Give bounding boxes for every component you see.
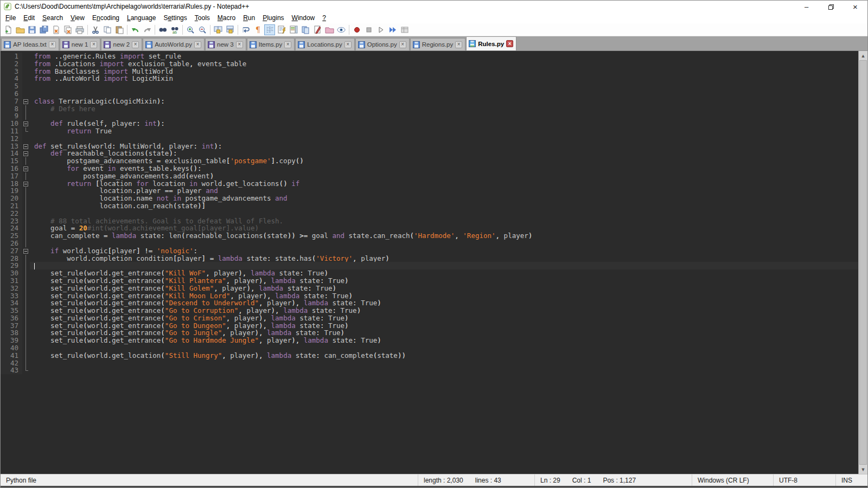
macro-play-icon[interactable] <box>375 24 386 35</box>
code-line-42[interactable]: 42 <box>1 359 858 367</box>
close-doc-icon[interactable] <box>50 24 61 35</box>
sync-vertical-scroll-icon[interactable] <box>213 24 224 35</box>
tab-locations-py[interactable]: Locations.py× <box>295 38 355 50</box>
code-line-35[interactable]: 35 set_rule(world.get_entrance("Go to Co… <box>1 307 858 314</box>
code-line-43[interactable]: 43 <box>1 367 858 374</box>
redo-icon[interactable] <box>142 24 152 35</box>
tab-new-1[interactable]: new 1× <box>60 38 101 50</box>
code-line-32[interactable]: 32 set_rule(world.get_entrance("Kill Gol… <box>1 285 858 292</box>
code-line-6[interactable]: 6 <box>1 90 858 98</box>
code-line-2[interactable]: 2from .Locations import exclusion_table,… <box>1 60 858 68</box>
code-line-21[interactable]: 21 location.can_reach(state)] <box>1 202 858 210</box>
tab-rules-py[interactable]: Rules.py× <box>466 36 516 50</box>
tab-close-icon[interactable]: × <box>506 40 513 47</box>
tab-regions-py[interactable]: Regions.py× <box>410 38 466 50</box>
fold-collapse-icon[interactable] <box>22 180 30 188</box>
code-line-41[interactable]: 41 set_rule(world.get_location("Still Hu… <box>1 352 858 359</box>
replace-icon[interactable]: ab <box>169 24 180 35</box>
scroll-down-arrow-icon[interactable]: ▼ <box>859 465 867 474</box>
close-button-icon[interactable]: × <box>843 1 867 12</box>
code-line-34[interactable]: 34 set_rule(world.get_entrance("Descend … <box>1 299 858 307</box>
tab-autoworld-py[interactable]: AutoWorld.py× <box>143 38 205 50</box>
code-line-13[interactable]: 13def set_rules(world: MultiWorld, playe… <box>1 143 858 150</box>
show-all-characters-icon[interactable]: ¶ <box>252 24 263 35</box>
minimize-button-icon[interactable]: – <box>794 1 819 12</box>
menu-item-language[interactable]: Language <box>123 13 159 23</box>
code-line-9[interactable]: 9 <box>1 112 858 120</box>
vertical-scrollbar[interactable]: ▲ ▼ <box>858 51 867 474</box>
find-icon[interactable] <box>157 24 168 35</box>
menu-item-settings[interactable]: Settings <box>159 13 190 23</box>
macro-save-icon[interactable] <box>399 24 410 35</box>
code-line-20[interactable]: 20 location.name not in postgame_advance… <box>1 195 858 202</box>
code-line-4[interactable]: 4from ..AutoWorld import LogicMixin <box>1 75 858 82</box>
paste-icon[interactable] <box>114 24 125 35</box>
tab-new-3[interactable]: new 3× <box>205 38 246 50</box>
macro-stop-icon[interactable] <box>363 24 374 35</box>
code-line-39[interactable]: 39 set_rule(world.get_entrance("Go to Ha… <box>1 337 858 344</box>
tab-close-icon[interactable]: × <box>49 41 56 48</box>
tab-ap-ideas-txt[interactable]: AP Ideas.txt× <box>1 38 59 50</box>
code-editor[interactable]: 1from ..generic.Rules import set_rule2fr… <box>1 51 858 474</box>
restore-button-icon[interactable] <box>819 1 843 12</box>
menu-item-macro[interactable]: Macro <box>214 13 239 23</box>
menu-item-view[interactable]: View <box>67 13 88 23</box>
show-indent-guide-icon[interactable] <box>264 24 275 35</box>
fold-collapse-icon[interactable] <box>22 247 30 255</box>
copy-icon[interactable] <box>102 24 113 35</box>
code-line-7[interactable]: 7class TerrariaLogic(LogicMixin): <box>1 98 858 105</box>
tab-close-icon[interactable]: × <box>399 41 406 48</box>
code-line-8[interactable]: 8 # Defs here <box>1 105 858 113</box>
menu-item-encoding[interactable]: Encoding <box>88 13 123 23</box>
scrollbar-thumb[interactable] <box>859 60 867 465</box>
tab-close-icon[interactable]: × <box>194 41 201 48</box>
code-line-3[interactable]: 3from BaseClasses import MultiWorld <box>1 68 858 75</box>
code-line-17[interactable]: 17 postgame_advancements.add(event) <box>1 172 858 180</box>
fold-collapse-icon[interactable] <box>22 98 30 105</box>
folder-as-workspace-icon[interactable] <box>324 24 335 35</box>
menu-item-file[interactable]: File <box>2 13 20 23</box>
code-line-10[interactable]: 10 def rule(self, player: int): <box>1 120 858 127</box>
tab-close-icon[interactable]: × <box>90 41 97 48</box>
code-line-12[interactable]: 12 <box>1 135 858 143</box>
sync-horizontal-scroll-icon[interactable] <box>225 24 235 35</box>
fold-collapse-icon[interactable] <box>22 150 30 157</box>
edge-browser-doc-icon[interactable] <box>312 24 323 35</box>
code-line-40[interactable]: 40 <box>1 344 858 352</box>
code-line-27[interactable]: 27 if world.logic[player] != 'nologic': <box>1 247 858 255</box>
code-line-1[interactable]: 1from ..generic.Rules import set_rule <box>1 53 858 60</box>
code-line-14[interactable]: 14 def reachable_locations(state): <box>1 150 858 157</box>
save-icon[interactable] <box>27 24 37 35</box>
code-line-26[interactable]: 26 <box>1 240 858 247</box>
document-monitor-eye-icon[interactable] <box>336 24 347 35</box>
function-list-icon[interactable] <box>276 24 287 35</box>
fold-collapse-icon[interactable] <box>22 165 30 172</box>
save-all-icon[interactable] <box>39 24 49 35</box>
code-line-19[interactable]: 19 location.player == player and <box>1 187 858 195</box>
code-line-25[interactable]: 25 can_complete = lambda state: len(reac… <box>1 232 858 240</box>
macro-run-multiple-icon[interactable] <box>387 24 398 35</box>
menu-item-tools[interactable]: Tools <box>191 13 214 23</box>
status-insert-mode[interactable]: INS <box>836 474 867 486</box>
zoom-in-icon[interactable] <box>185 24 196 35</box>
tab-close-icon[interactable]: × <box>344 41 352 48</box>
menu-item-window[interactable]: Window <box>288 13 319 23</box>
tab-items-py[interactable]: Items.py× <box>247 38 295 50</box>
zoom-out-icon[interactable] <box>197 24 208 35</box>
code-line-36[interactable]: 36 set_rule(world.get_entrance("Go to Cr… <box>1 314 858 322</box>
code-line-30[interactable]: 30 set_rule(world.get_entrance("Kill WoF… <box>1 269 858 277</box>
menu-item-run[interactable]: Run <box>239 13 259 23</box>
menu-item-edit[interactable]: Edit <box>20 13 39 23</box>
status-encoding[interactable]: UTF-8 <box>774 474 836 486</box>
tab-close-icon[interactable]: × <box>132 41 139 48</box>
code-line-16[interactable]: 16 for event in events_table.keys(): <box>1 165 858 172</box>
code-line-31[interactable]: 31 set_rule(world.get_entrance("Kill Pla… <box>1 277 858 285</box>
code-line-5[interactable]: 5 <box>1 82 858 90</box>
fold-collapse-icon[interactable] <box>22 120 30 127</box>
tab-close-icon[interactable]: × <box>236 41 243 48</box>
macro-record-icon[interactable] <box>352 24 362 35</box>
document-list-icon[interactable] <box>300 24 311 35</box>
status-eol-format[interactable]: Windows (CR LF) <box>692 474 774 486</box>
word-wrap-icon[interactable] <box>240 24 251 35</box>
tab-close-icon[interactable]: × <box>284 41 291 48</box>
